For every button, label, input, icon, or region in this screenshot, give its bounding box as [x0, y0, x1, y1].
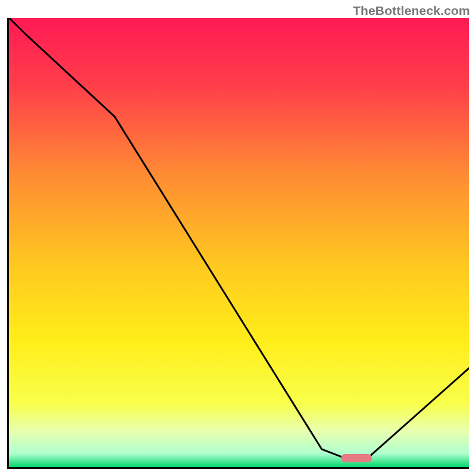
bottleneck-line	[9, 18, 469, 467]
optimal-marker	[341, 454, 372, 462]
watermark-text: TheBottleneck.com	[353, 4, 470, 18]
plot-frame	[7, 18, 469, 469]
